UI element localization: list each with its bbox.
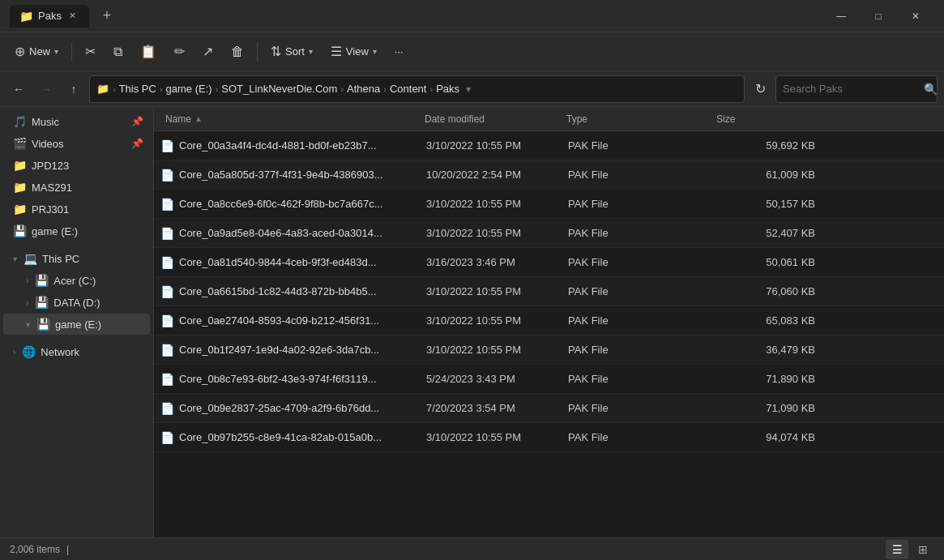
file-size: 50,157 KB (718, 198, 815, 210)
sidebar-item-videos[interactable]: 🎬 Videos 📌 (3, 133, 150, 154)
path-arrow-6: › (429, 84, 433, 94)
copy-button[interactable]: ⧉ (105, 40, 130, 64)
path-segment-this-pc[interactable]: This PC (119, 83, 156, 95)
more-button[interactable]: ··· (387, 41, 412, 62)
table-row[interactable]: 📄 Core_0b97b255-c8e9-41ca-82ab-015a0b...… (154, 423, 944, 452)
refresh-button[interactable]: ↻ (748, 77, 772, 101)
path-segment-athena[interactable]: Athena (347, 83, 380, 95)
close-button[interactable]: ✕ (897, 0, 934, 32)
game-e2-expand-icon: ▾ (26, 320, 30, 329)
share-button[interactable]: ↗ (194, 39, 221, 64)
data-expand-icon: › (26, 298, 28, 307)
sidebar-item-network[interactable]: › 🌐 Network (3, 341, 150, 362)
file-name: Core_0b97b255-c8e9-41ca-82ab-015a0b... (179, 431, 426, 443)
file-type: PAK File (568, 373, 718, 385)
cut-button[interactable]: ✂ (77, 39, 104, 64)
search-input[interactable] (783, 83, 919, 95)
sidebar-item-music[interactable]: 🎵 Music 📌 (3, 111, 150, 132)
file-size: 61,009 KB (718, 169, 815, 181)
file-icon: 📄 (160, 256, 174, 269)
table-row[interactable]: 📄 Core_0a81d540-9844-4ceb-9f3f-ed483d...… (154, 248, 944, 277)
table-row[interactable]: 📄 Core_0b8c7e93-6bf2-43e3-974f-f6f3119..… (154, 365, 944, 394)
sidebar-item-jpd123[interactable]: 📁 JPD123 (3, 155, 150, 176)
view-button[interactable]: ☰ View ▾ (322, 39, 385, 64)
table-row[interactable]: 📄 Core_0b9e2837-25ac-4709-a2f9-6b76dd...… (154, 394, 944, 423)
path-folder-icon[interactable]: 📁 (96, 83, 109, 95)
item-count: 2,006 items (10, 544, 60, 555)
file-icon: 📄 (160, 431, 174, 444)
file-name: Core_0b8c7e93-6bf2-43e3-974f-f6f3119... (179, 373, 426, 385)
table-row[interactable]: 📄 Core_0a6615bd-1c82-44d3-872b-bb4b5... … (154, 277, 944, 306)
delete-icon: 🗑 (231, 45, 244, 59)
new-label: New (29, 45, 50, 58)
col-header-name[interactable]: Name ▲ (160, 110, 420, 128)
file-name: Core_0a5a805d-377f-4f31-9e4b-4386903... (179, 169, 426, 181)
sidebar-item-data-d[interactable]: › 💾 DATA (D:) (3, 292, 150, 313)
toolbar-separator-1 (71, 42, 72, 62)
rename-button[interactable]: ✏ (166, 39, 193, 64)
address-path[interactable]: 📁 › This PC › game (E:) › SOT_LinkNeverD… (89, 75, 745, 103)
table-row[interactable]: 📄 Core_0a9ad5e8-04e6-4a83-aced-0a3014...… (154, 219, 944, 248)
col-header-size[interactable]: Size (711, 110, 809, 128)
table-row[interactable]: 📄 Core_0a8cc6e9-6f0c-462f-9f8b-bc7a667c.… (154, 190, 944, 219)
file-date: 5/24/2023 3:43 PM (426, 373, 568, 385)
grid-view-button[interactable]: ⊞ (912, 540, 934, 559)
col-header-date[interactable]: Date modified (420, 110, 562, 128)
path-segment-sot[interactable]: SOT_LinkNeverDie.Com (221, 83, 337, 95)
forward-button[interactable]: → (34, 77, 58, 101)
tab-close-button[interactable]: ✕ (66, 10, 79, 23)
path-segment-paks[interactable]: Paks (436, 83, 459, 95)
table-row[interactable]: 📄 Core_00a3a4f4-dc4d-4881-bd0f-eb23b7...… (154, 131, 944, 160)
file-name: Core_0a9ad5e8-04e6-4a83-aced-0a3014... (179, 227, 426, 239)
table-row[interactable]: 📄 Core_0a5a805d-377f-4f31-9e4b-4386903..… (154, 160, 944, 190)
data-d-icon: 💾 (35, 296, 49, 309)
file-type: PAK File (568, 169, 718, 181)
back-button[interactable]: ← (6, 77, 31, 101)
sidebar-item-this-pc[interactable]: ▾ 💻 This PC (3, 248, 150, 269)
col-header-type[interactable]: Type (562, 110, 711, 128)
sidebar-item-mas291[interactable]: 📁 MAS291 (3, 177, 150, 198)
file-name: Core_0ae27404-8593-4c09-b212-456f31... (179, 314, 426, 327)
new-tab-button[interactable]: + (96, 5, 118, 28)
sidebar-item-game-e2[interactable]: ▾ 💾 game (E:) (3, 314, 150, 335)
share-icon: ↗ (203, 44, 213, 59)
file-date: 3/10/2022 10:55 PM (426, 431, 568, 443)
sidebar-item-acer-c[interactable]: › 💾 Acer (C:) (3, 270, 150, 291)
table-row[interactable]: 📄 Core_0ae27404-8593-4c09-b212-456f31...… (154, 306, 944, 336)
sidebar-item-game-e[interactable]: 💾 game (E:) (3, 220, 150, 242)
list-view-button[interactable]: ☰ (886, 540, 908, 559)
paste-button[interactable]: 📋 (132, 39, 164, 64)
paste-icon: 📋 (140, 44, 156, 59)
table-row[interactable]: 📄 Core_0b1f2497-1e9d-4a02-92e6-3da7cb...… (154, 336, 944, 365)
game-e2-icon: 💾 (36, 318, 50, 331)
file-icon: 📄 (160, 314, 174, 327)
file-size: 50,061 KB (718, 256, 815, 268)
new-button[interactable]: ⊕ New ▾ (6, 39, 66, 64)
sidebar-item-prj301[interactable]: 📁 PRJ301 (3, 199, 150, 220)
sidebar-label-videos: Videos (32, 138, 64, 150)
title-bar: 📁 Paks ✕ + — □ ✕ (0, 0, 944, 32)
file-size: 71,890 KB (718, 373, 815, 385)
file-type: PAK File (568, 314, 718, 327)
path-segment-content[interactable]: Content (390, 83, 427, 95)
file-icon: 📄 (160, 344, 174, 357)
sidebar-label-acer-c: Acer (C:) (53, 275, 96, 287)
file-name: Core_0b1f2497-1e9d-4a02-92e6-3da7cb... (179, 344, 426, 356)
file-size: 76,060 KB (718, 285, 815, 297)
up-button[interactable]: ↑ (62, 77, 86, 101)
path-dropdown-icon[interactable]: ▾ (466, 83, 471, 95)
sort-button[interactable]: ⇅ Sort ▾ (263, 39, 321, 64)
sort-icon: ⇅ (271, 44, 281, 59)
file-type: PAK File (568, 227, 718, 239)
maximize-button[interactable]: □ (860, 0, 897, 32)
delete-button[interactable]: 🗑 (223, 40, 252, 64)
minimize-button[interactable]: — (822, 0, 860, 32)
file-date: 10/20/2022 2:54 PM (426, 169, 568, 181)
path-segment-game-e[interactable]: game (E:) (166, 83, 212, 95)
path-arrow-3: › (216, 84, 219, 94)
file-size: 59,692 KB (718, 139, 815, 152)
file-list-header: Name ▲ Date modified Type Size (154, 107, 944, 131)
active-tab[interactable]: 📁 Paks ✕ (10, 5, 89, 28)
sidebar: 🎵 Music 📌 🎬 Videos 📌 📁 JPD123 📁 MAS291 📁… (0, 107, 154, 537)
file-date: 3/16/2023 3:46 PM (426, 256, 568, 268)
